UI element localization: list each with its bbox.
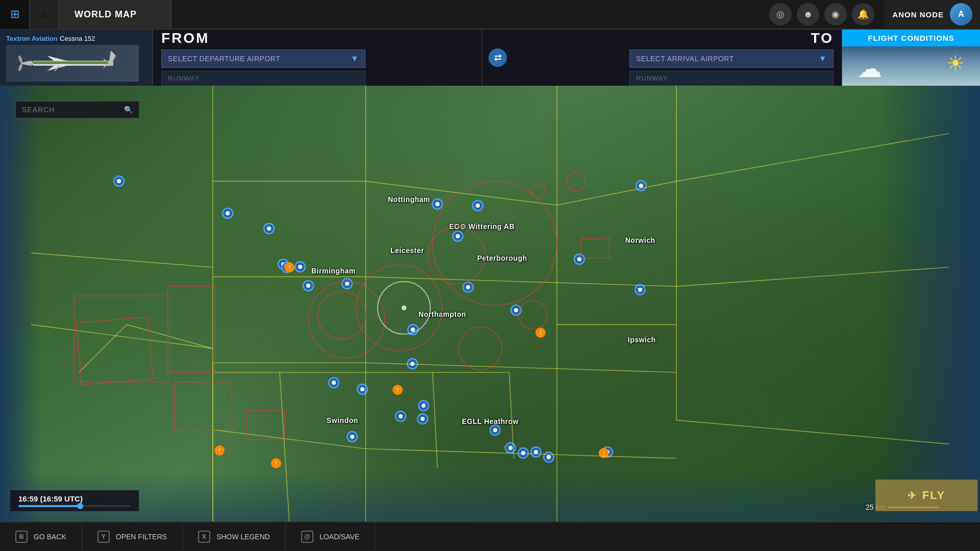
airport-marker[interactable]: [295, 261, 306, 272]
arrival-airport-dropdown[interactable]: SELECT ARRIVAL AIRPORT ▼: [629, 49, 834, 68]
achievements-button[interactable]: ◎: [769, 3, 792, 26]
airport-marker[interactable]: [602, 446, 613, 458]
airport-marker[interactable]: [418, 400, 429, 411]
svg-point-35: [318, 291, 366, 339]
svg-rect-5: [33, 61, 108, 63]
to-dropdowns: SELECT ARRIVAL AIRPORT ▼ RUNWAY: [521, 49, 834, 86]
aircraft-brand: Textron Aviation: [6, 35, 58, 42]
departure-airport-dropdown[interactable]: SELECT DEPARTURE AIRPORT ▼: [161, 49, 365, 68]
topbar-icons: ◎ ☻ ◉ 🔔: [769, 3, 874, 26]
airport-marker[interactable]: [634, 284, 646, 295]
airspace-overlay: [0, 86, 980, 521]
time-bar: 16:59 (16:59 UTC): [10, 490, 139, 511]
airport-marker[interactable]: [452, 231, 463, 242]
dropdown-arrow-icon-2: ▼: [819, 54, 827, 63]
cloud-icon: ☁: [857, 54, 882, 83]
search-box: 🔍: [15, 101, 139, 118]
warning-marker: !: [284, 262, 295, 272]
svg-point-36: [308, 282, 385, 358]
map-container[interactable]: Nottingham Leicester Birmingham Northamp…: [0, 86, 980, 521]
airport-marker[interactable]: [574, 254, 585, 265]
search-input[interactable]: [16, 102, 118, 118]
airport-marker[interactable]: [462, 282, 474, 293]
home-button[interactable]: ⌂: [30, 0, 59, 29]
profile-button[interactable]: ◉: [824, 3, 847, 26]
to-label: TO: [811, 30, 834, 46]
notifications-button[interactable]: 🔔: [852, 3, 874, 26]
departure-runway: RUNWAY: [161, 71, 365, 86]
map-background: Nottingham Leicester Birmingham Northamp…: [0, 86, 980, 521]
topbar-logo: ⊞: [0, 0, 30, 29]
go-back-button[interactable]: B GO BACK: [0, 522, 82, 551]
svg-line-18: [557, 181, 676, 205]
airport-marker[interactable]: [281, 262, 292, 273]
airport-marker[interactable]: [489, 424, 501, 436]
community-button[interactable]: ☻: [797, 3, 819, 26]
airport-marker[interactable]: [510, 305, 522, 316]
city-norwich: Norwich: [625, 236, 655, 244]
airport-marker[interactable]: [341, 278, 353, 289]
airport-marker[interactable]: [635, 180, 647, 191]
svg-line-32: [31, 324, 213, 348]
airport-marker[interactable]: [222, 208, 233, 219]
time-progress-fill: [18, 505, 80, 507]
airport-marker[interactable]: [357, 384, 368, 395]
open-filters-label: OPEN FILTERS: [116, 533, 167, 541]
go-back-label: GO BACK: [34, 533, 66, 541]
airport-marker[interactable]: [472, 200, 483, 211]
svg-line-26: [213, 430, 366, 448]
to-section: TO SELECT ARRIVAL AIRPORT ▼ RUNWAY: [513, 30, 842, 86]
airport-marker[interactable]: [278, 259, 289, 270]
fly-plane-icon: ✈: [908, 489, 917, 502]
avatar[interactable]: A: [950, 3, 972, 26]
time-label: 16:59 (16:59 UTC): [18, 494, 131, 503]
search-button[interactable]: 🔍: [118, 102, 139, 118]
airport-marker[interactable]: [407, 358, 418, 369]
flight-conditions: FLIGHT CONDITIONS ☁ ☀: [842, 30, 980, 86]
airport-marker[interactable]: [347, 431, 358, 442]
airport-marker[interactable]: [263, 223, 275, 234]
svg-point-40: [567, 172, 585, 191]
svg-line-25: [366, 449, 677, 459]
svg-point-41: [531, 184, 545, 198]
fly-label: FLY: [922, 489, 946, 502]
swap-arrows-icon: ⇄: [494, 52, 502, 63]
sun-icon: ☀: [946, 52, 965, 75]
city-heathrow: EGLL Heathrow: [462, 417, 519, 425]
airport-marker[interactable]: [417, 413, 428, 424]
from-label: FROM: [161, 30, 474, 46]
airport-marker[interactable]: [328, 377, 339, 388]
flight-panel: Textron Aviation Cessna 152: [0, 30, 980, 86]
fly-button[interactable]: ✈ FLY: [875, 480, 977, 511]
show-legend-button[interactable]: X SHOW LEGEND: [183, 522, 286, 551]
page-title: WORLD MAP: [75, 9, 137, 20]
airport-marker[interactable]: [518, 447, 529, 459]
aircraft-model: Cessna 152: [60, 35, 95, 42]
airport-marker[interactable]: [432, 198, 443, 210]
airport-marker[interactable]: [395, 411, 406, 422]
airport-marker[interactable]: [530, 446, 542, 458]
svg-rect-6: [33, 63, 108, 64]
airport-marker[interactable]: [543, 452, 554, 463]
svg-line-15: [366, 181, 557, 205]
departure-placeholder: SELECT DEPARTURE AIRPORT: [168, 55, 280, 63]
city-nottingham: Nottingham: [388, 195, 430, 204]
svg-point-3: [17, 55, 23, 63]
airport-marker[interactable]: [303, 280, 314, 291]
load-save-label: LOAD/SAVE: [320, 533, 359, 541]
svg-point-38: [356, 265, 443, 351]
weather-display: ☁ ☀: [842, 46, 980, 86]
bell-icon: 🔔: [857, 9, 869, 20]
airport-marker[interactable]: [505, 442, 516, 454]
bottom-bar: B GO BACK Y OPEN FILTERS X SHOW LEGEND @…: [0, 521, 980, 551]
swap-airports-button[interactable]: ⇄: [482, 30, 513, 86]
warning-marker: !: [393, 385, 403, 395]
open-filters-button[interactable]: Y OPEN FILTERS: [82, 522, 183, 551]
airport-marker[interactable]: [113, 176, 125, 187]
airport-marker[interactable]: [407, 324, 419, 335]
load-save-button[interactable]: @ LOAD/SAVE: [286, 522, 375, 551]
svg-line-22: [676, 420, 949, 444]
svg-line-31: [31, 253, 213, 267]
time-progress-bar[interactable]: [18, 505, 131, 507]
topbar-title-area: WORLD MAP: [59, 0, 172, 29]
